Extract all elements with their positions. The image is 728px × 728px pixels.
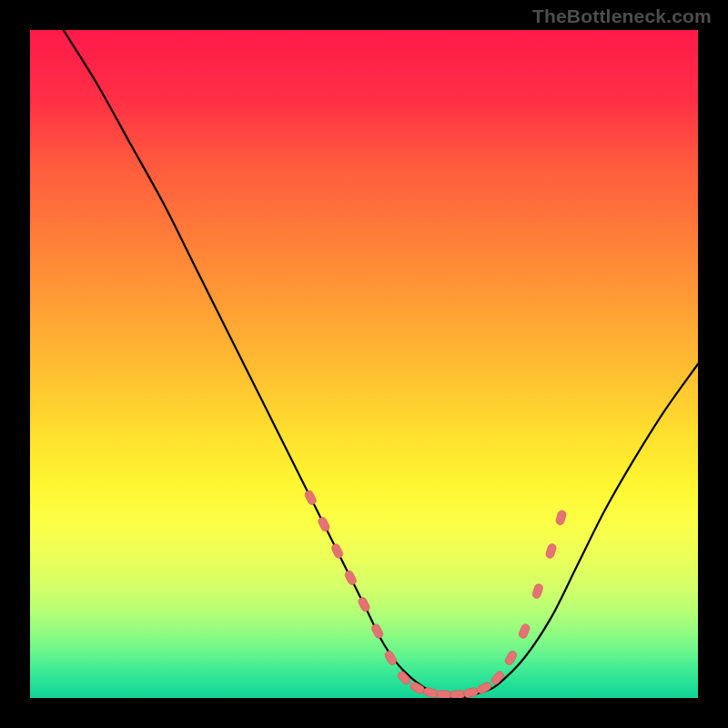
curve-marker: [531, 583, 544, 600]
curve-marker: [555, 510, 567, 526]
watermark-text: TheBottleneck.com: [532, 5, 712, 27]
curve-marker: [504, 650, 519, 666]
curve-marker: [545, 543, 557, 560]
curve-markers: [304, 490, 567, 698]
curve-marker: [463, 687, 480, 698]
curve-marker: [437, 690, 452, 698]
curve-marker: [396, 670, 411, 686]
curve-marker: [450, 690, 465, 698]
curve-marker: [317, 516, 330, 532]
curve-marker: [304, 490, 318, 506]
curve-marker: [330, 542, 344, 559]
chart-plot-area: [30, 30, 698, 698]
curve-marker: [344, 570, 358, 586]
curve-marker: [518, 623, 531, 640]
curve-marker: [357, 596, 370, 612]
curve-marker: [490, 670, 505, 686]
curve-marker: [383, 650, 398, 666]
curve-marker: [410, 681, 426, 695]
bottleneck-curve: [64, 30, 698, 698]
curve-marker: [370, 622, 384, 639]
curve-marker: [423, 687, 440, 698]
chart-curve-layer: [30, 30, 698, 698]
